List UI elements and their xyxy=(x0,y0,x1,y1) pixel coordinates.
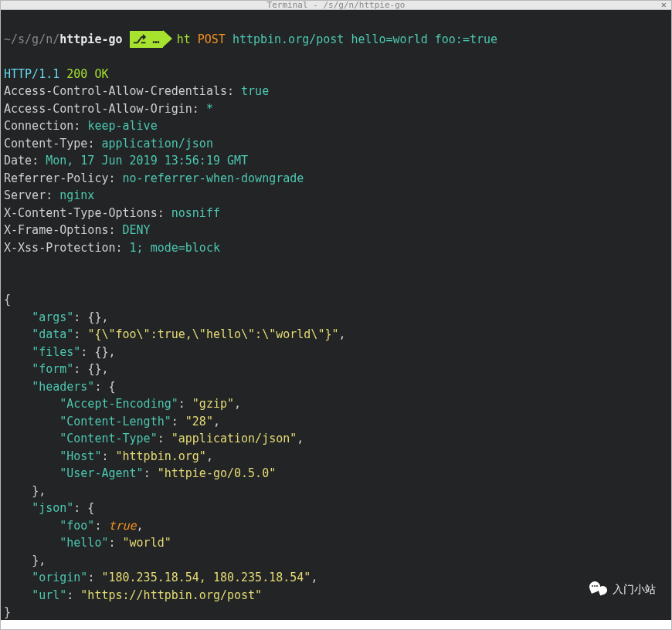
header-name: Connection xyxy=(4,119,73,133)
json-headers-open: "headers": { xyxy=(1,380,119,394)
json-args: "args": {}, xyxy=(1,310,111,324)
prompt-badge: ⎇ … xyxy=(130,31,163,49)
status-text: OK xyxy=(94,67,108,81)
header-value: nosniff xyxy=(171,206,220,220)
header-row: Content-Type: application/json xyxy=(1,137,216,151)
json-open-brace: { xyxy=(1,293,14,307)
terminal-body[interactable]: ~/s/g/n/httpie-go ⎇ …ht POST httpbin.org… xyxy=(1,10,671,620)
status-line: HTTP/1.1 200 OK xyxy=(1,67,111,81)
protocol: HTTP/1.1 xyxy=(4,67,59,81)
header-row: Server: nginx xyxy=(1,188,97,202)
header-name: Date xyxy=(4,154,32,168)
branch-icon: ⎇ xyxy=(133,31,146,49)
http-method: POST xyxy=(198,32,226,46)
json-foo: "foo": true, xyxy=(1,519,147,533)
header-name: Access-Control-Allow-Credentials xyxy=(4,84,227,98)
header-name: Access-Control-Allow-Origin xyxy=(4,102,192,116)
json-content-length: "Content-Length": "28", xyxy=(1,415,223,428)
json-headers-close: }, xyxy=(1,484,49,498)
header-name: X-Content-Type-Options xyxy=(4,206,158,220)
json-json-close: }, xyxy=(1,554,49,567)
header-name: Content-Type xyxy=(4,137,87,151)
header-name: X-Frame-Options xyxy=(4,223,108,237)
json-content-type: "Content-Type": "application/json", xyxy=(1,432,307,445)
command-kv2: foo:=true xyxy=(435,32,497,46)
branch-ellipsis: … xyxy=(153,32,160,46)
header-row: Access-Control-Allow-Credentials: true xyxy=(1,84,272,98)
header-row: Connection: keep-alive xyxy=(1,119,161,133)
header-row: X-Xss-Protection: 1; mode=block xyxy=(1,241,223,255)
header-name: Referrer-Policy xyxy=(4,171,108,185)
json-close-brace: } xyxy=(1,605,14,619)
prompt-line-1: ~/s/g/n/httpie-go ⎇ …ht POST httpbin.org… xyxy=(1,31,671,49)
prompt-path-bold: httpie-go xyxy=(59,32,122,46)
command-binary: ht xyxy=(177,32,191,46)
header-row: Access-Control-Allow-Origin: * xyxy=(1,102,216,116)
json-url: "url": "https://httpbin.org/post" xyxy=(1,588,265,602)
header-name: X-Xss-Protection xyxy=(4,241,116,255)
header-value: keep-alive xyxy=(87,119,157,133)
json-accept-encoding: "Accept-Encoding": "gzip", xyxy=(1,397,244,411)
json-user-agent: "User-Agent": "httpie-go/0.5.0" xyxy=(1,466,279,480)
header-name: Server xyxy=(4,188,46,202)
header-row: Referrer-Policy: no-referrer-when-downgr… xyxy=(1,171,307,185)
command-url: httpbin.org/post xyxy=(232,32,344,46)
header-value: application/json xyxy=(101,137,213,151)
json-open xyxy=(1,276,14,290)
header-row: Date: Mon, 17 Jun 2019 13:56:19 GMT xyxy=(1,154,251,168)
header-row: X-Frame-Options: DENY xyxy=(1,223,154,237)
header-value: no-referrer-when-downgrade xyxy=(123,171,304,185)
wechat-icon xyxy=(589,580,608,598)
header-value: Mon, 17 Jun 2019 13:56:19 GMT xyxy=(46,154,248,168)
header-row: X-Content-Type-Options: nosniff xyxy=(1,206,223,220)
status-code: 200 xyxy=(66,67,87,81)
json-data: "data": "{\"foo\":true,\"hello\":\"world… xyxy=(1,327,349,341)
window-title: Terminal - /s/g/n/httpie-go xyxy=(267,1,406,10)
badge-arrow-icon xyxy=(163,30,172,47)
window-titlebar[interactable]: Terminal - /s/g/n/httpie-go ✕ xyxy=(1,1,671,10)
command-kv1: hello=world xyxy=(351,32,427,46)
prompt-path-dim: ~/s/g/n/ xyxy=(4,32,59,46)
json-files: "files": {}, xyxy=(1,345,119,359)
json-origin: "origin": "180.235.18.54, 180.235.18.54"… xyxy=(1,571,321,584)
header-value: * xyxy=(206,102,213,116)
header-value: DENY xyxy=(123,223,151,237)
json-host: "Host": "httpbin.org", xyxy=(1,449,216,463)
watermark-text: 入门小站 xyxy=(613,581,656,598)
header-value: nginx xyxy=(59,188,94,202)
header-value: 1; mode=block xyxy=(130,241,220,255)
json-form: "form": {}, xyxy=(1,362,111,376)
json-json-open: "json": { xyxy=(1,501,97,515)
json-hello: "hello": "world" xyxy=(1,536,175,550)
header-value: true xyxy=(241,84,269,98)
window-close-icon[interactable]: ✕ xyxy=(661,1,667,9)
response-headers: Access-Control-Allow-Credentials: true A… xyxy=(1,83,671,256)
window-frame: Terminal - /s/g/n/httpie-go ✕ ~/s/g/n/ht… xyxy=(0,0,672,630)
watermark: 入门小站 xyxy=(589,580,656,598)
